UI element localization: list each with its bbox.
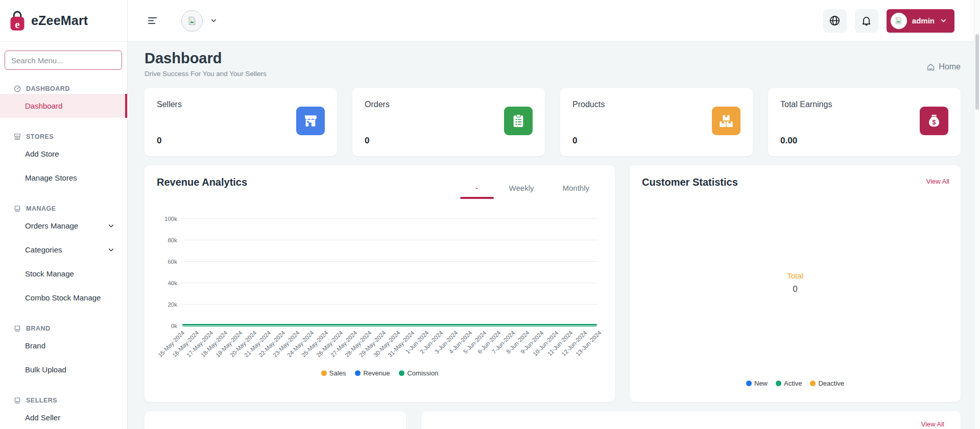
tab-monthly[interactable]: Monthly [559,184,592,192]
stat-label: Sellers [157,100,182,109]
chevron-down-icon [107,246,115,254]
legend-deactive[interactable]: Deactive [810,380,844,387]
y-tick-label: 0k [155,323,177,329]
customer-statistics-panel: Customer Statistics View All Total 0 New… [630,165,961,402]
sidebar-section-label: DASHBOARD [26,85,70,92]
y-tick-label: 40k [155,280,177,286]
legend-dot [355,370,361,376]
sidebar-item-label: Orders Manage [25,221,78,230]
revenue-chart-plot: 100k80k60k40k20k0k [181,218,598,325]
sidebar-section-manage: MANAGE [0,205,127,213]
sidebar-section-dashboard: DASHBOARD [0,85,127,93]
legend-comission[interactable]: Comission [399,369,438,377]
sidebar-section-label: BRAND [26,325,51,332]
sidebar-item-categories[interactable]: Categories [0,238,127,262]
stat-info: Total Earnings0.00 [780,100,832,146]
revenue-legend: SalesRevenueComission [145,369,615,377]
revenue-analytics-panel: Revenue Analytics -WeeklyMonthly 100k80k… [145,165,615,402]
stat-info: Sellers0 [157,100,182,146]
admin-user-button[interactable]: admin [887,9,954,33]
legend-new[interactable]: New [746,380,768,387]
sidebar-section-sellers: SELLERS [0,396,127,405]
stat-label: Products [572,100,605,109]
admin-username: admin [912,16,935,25]
sidebar: e eZeeMart DASHBOARDDashboardSTORESAdd S… [0,0,128,429]
legend-dot [399,370,404,376]
sidebar-item-label: Add Seller [25,413,60,422]
bottom-row: View All [145,411,961,429]
sidebar-item-label: Combo Stock Manage [25,293,101,302]
boxes-icon [712,107,740,135]
sidebar-item-combo-stock-manage[interactable]: Combo Stock Manage [0,286,127,310]
sidebar-item-manage-stores[interactable]: Manage Stores [0,166,127,190]
avatar-placeholder-icon [181,10,203,32]
sidebar-item-brand[interactable]: Brand [0,334,127,358]
y-gridline: 40k [181,283,598,283]
customer-view-all-link[interactable]: View All [926,178,949,185]
stat-card-products: Products0 [560,88,753,156]
stat-card-total-earnings: Total Earnings0.00$ [768,88,961,156]
content-column: admin Dashboard Drive Success For You an… [128,0,980,429]
search-input[interactable] [5,51,122,70]
sidebar-section-label: SELLERS [26,397,57,404]
page-title: Dashboard [145,50,267,67]
sidebar-item-label: Brand [25,341,45,350]
sidebar-item-add-seller[interactable]: Add Seller [0,406,127,429]
panel-icon [13,324,21,333]
revenue-tabs: -WeeklyMonthly [448,184,592,192]
speedometer-icon [13,85,21,93]
sidebar-item-stock-manage[interactable]: Stock Manage [0,262,127,286]
legend-label: New [754,380,768,387]
legend-active[interactable]: Active [776,380,802,387]
window-scrollbar[interactable] [974,0,980,429]
topbar-actions: admin [823,9,954,33]
stat-label: Orders [365,100,390,109]
sidebar-item-dashboard[interactable]: Dashboard [0,94,127,118]
bottom-right-panel: View All [421,411,961,429]
legend-dot [776,381,781,386]
shopping-bag-logo-icon: e [8,10,27,32]
y-tick-label: 20k [155,301,177,308]
legend-dot [321,370,327,376]
revenue-analytics-title: Revenue Analytics [157,176,247,188]
stat-value: 0 [572,136,605,146]
bottom-view-all-link[interactable]: View All [921,420,944,428]
admin-avatar-icon [891,13,907,29]
language-globe-button[interactable] [823,9,847,33]
sidebar-item-label: Manage Stores [25,173,77,182]
tab-weekly[interactable]: Weekly [506,184,537,192]
charts-row: Revenue Analytics -WeeklyMonthly 100k80k… [145,165,961,402]
hamburger-menu-icon[interactable] [147,15,159,27]
legend-label: Revenue [363,369,390,377]
legend-label: Sales [329,369,346,377]
scrollbar-thumb[interactable] [975,34,979,110]
store-icon [13,133,21,141]
app-root: e eZeeMart DASHBOARDDashboardSTORESAdd S… [0,0,980,429]
chevron-down-icon [107,222,115,230]
panel-icon [13,205,21,213]
stat-value: 0.00 [780,136,832,146]
stat-label: Total Earnings [780,100,832,109]
sidebar-section-label: STORES [26,133,54,140]
y-gridline: 100k [181,218,598,219]
legend-revenue[interactable]: Revenue [355,369,390,377]
topbar-user-avatar[interactable] [181,10,218,32]
sidebar-section-brand: BRAND [0,324,127,333]
storefront-icon [296,107,325,135]
legend-dot [810,381,816,386]
tab-daily[interactable]: - [470,184,484,192]
sidebar-item-label: Categories [25,245,62,254]
sidebar-item-add-store[interactable]: Add Store [0,142,127,166]
sidebar-section-label: MANAGE [26,205,56,212]
logo[interactable]: e eZeeMart [0,0,127,42]
notifications-button[interactable] [855,9,878,33]
sidebar-item-orders-manage[interactable]: Orders Manage [0,214,127,238]
legend-dot [746,381,752,386]
legend-sales[interactable]: Sales [321,369,346,377]
sidebar-item-label: Stock Manage [25,269,74,278]
stat-value: 0 [365,136,390,146]
stat-card-sellers: Sellers0 [145,88,337,156]
sidebar-item-bulk-upload[interactable]: Bulk Upload [0,358,127,382]
breadcrumb[interactable]: Home [926,62,961,71]
stat-info: Orders0 [365,100,390,146]
